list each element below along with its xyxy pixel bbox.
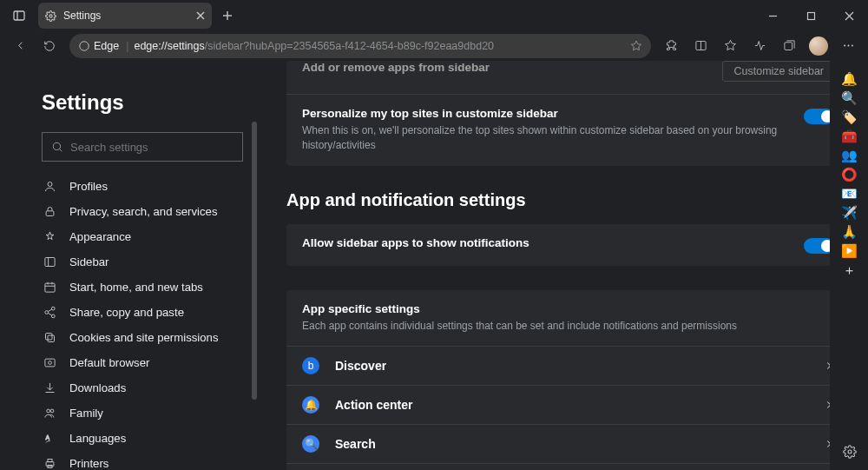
- svg-rect-31: [45, 334, 52, 341]
- app-specific-card: App specific settings Each app contains …: [286, 290, 851, 470]
- nav-label: Default browser: [69, 356, 149, 369]
- app-icon: b: [302, 357, 319, 374]
- sidebar-app-1[interactable]: 🔍: [840, 89, 859, 108]
- nav-icon: [42, 306, 57, 319]
- sidebar-app-5[interactable]: ⭕: [840, 165, 859, 184]
- app-label: Discover: [335, 359, 823, 373]
- svg-rect-0: [14, 11, 24, 20]
- app-label: Search: [335, 437, 823, 451]
- search-icon: [51, 141, 63, 153]
- search-settings-input[interactable]: [70, 141, 233, 154]
- browser-tab[interactable]: Settings: [38, 3, 212, 29]
- svg-point-18: [53, 142, 60, 149]
- title-bar: Settings: [0, 0, 868, 31]
- maximize-button[interactable]: [792, 0, 830, 31]
- nav-icon: [42, 457, 57, 470]
- nav-icon: [42, 381, 57, 394]
- nav-item-profiles[interactable]: Profiles: [42, 174, 243, 199]
- edge-sidebar: 🔔🔍🏷️🧰👥⭕📧✈️🙏▶️＋: [830, 61, 868, 470]
- sidebar-app-10[interactable]: ＋: [840, 261, 859, 280]
- nav-label: Appearance: [69, 230, 131, 243]
- svg-point-16: [847, 45, 849, 47]
- svg-rect-22: [44, 258, 54, 267]
- edge-logo-icon: [78, 40, 90, 52]
- extensions-icon[interactable]: [656, 33, 686, 59]
- svg-point-17: [851, 45, 852, 47]
- nav-icon: [42, 407, 57, 420]
- svg-rect-21: [46, 211, 54, 216]
- nav-item-printers[interactable]: Printers: [42, 451, 243, 470]
- favorites-icon[interactable]: [715, 33, 745, 59]
- app-row-search[interactable]: 🔍Search: [286, 424, 851, 463]
- favorite-icon[interactable]: [630, 40, 642, 52]
- new-tab-button[interactable]: [215, 10, 240, 21]
- section-heading: App and notification settings: [286, 190, 851, 210]
- nav-icon: [42, 255, 57, 268]
- refresh-button[interactable]: [35, 33, 64, 59]
- personalize-top-sites-title: Personalize my top sites in customize si…: [302, 107, 804, 120]
- svg-rect-32: [48, 335, 55, 342]
- app-row-shopping[interactable]: 🏷️Shopping: [286, 463, 851, 470]
- sidebar-settings-button[interactable]: [840, 442, 859, 461]
- back-button[interactable]: [5, 33, 35, 59]
- svg-rect-38: [46, 462, 54, 467]
- sidebar-app-4[interactable]: 👥: [840, 146, 859, 165]
- app-specific-title: App specific settings: [302, 302, 835, 315]
- search-settings-box[interactable]: [42, 132, 243, 162]
- minimize-button[interactable]: [753, 0, 792, 31]
- split-screen-icon[interactable]: [686, 33, 715, 59]
- app-icon: 🔍: [302, 435, 319, 453]
- sidebar-app-7[interactable]: ✈️: [840, 203, 859, 222]
- sidebar-app-0[interactable]: 🔔: [840, 70, 859, 89]
- app-row-action-center[interactable]: 🔔Action center: [286, 385, 851, 424]
- svg-line-19: [59, 149, 62, 151]
- nav-item-share-copy-and-paste[interactable]: Share, copy and paste: [42, 300, 243, 325]
- svg-point-28: [51, 307, 55, 310]
- sidebar-app-9[interactable]: ▶️: [840, 242, 859, 261]
- app-row-discover[interactable]: bDiscover: [286, 346, 851, 385]
- nav-item-sidebar[interactable]: Sidebar: [42, 249, 243, 275]
- app-label: Action center: [335, 398, 823, 412]
- allow-notifications-card: Allow sidebar apps to show notifications: [286, 224, 851, 266]
- nav-item-languages[interactable]: ALanguages: [42, 426, 243, 451]
- sidebar-app-2[interactable]: 🏷️: [840, 108, 859, 127]
- nav-item-family[interactable]: Family: [42, 400, 243, 426]
- customize-sidebar-button[interactable]: Customize sidebar: [722, 61, 835, 82]
- personalize-top-sites-desc: When this is on, we'll personalize the t…: [302, 123, 804, 154]
- profile-avatar[interactable]: [809, 36, 828, 56]
- nav-item-start-home-and-new-tabs[interactable]: Start, home, and new tabs: [42, 275, 243, 300]
- settings-sidebar: Settings ProfilesPrivacy, search, and se…: [0, 61, 260, 470]
- nav-icon: [42, 180, 57, 193]
- nav-item-privacy-search-and-services[interactable]: Privacy, search, and services: [42, 199, 243, 224]
- address-bar[interactable]: Edge | edge://settings/sidebar?hubApp=23…: [69, 34, 651, 58]
- sidebar-scrollbar[interactable]: [250, 61, 257, 470]
- svg-rect-33: [44, 359, 54, 367]
- close-tab-button[interactable]: [196, 11, 205, 20]
- tab-actions-button[interactable]: [7, 3, 31, 28]
- menu-button[interactable]: [833, 33, 863, 59]
- performance-icon[interactable]: [745, 33, 774, 59]
- svg-rect-14: [784, 43, 792, 50]
- sidebar-app-3[interactable]: 🧰: [840, 127, 859, 146]
- svg-text:A: A: [45, 434, 49, 440]
- svg-point-44: [848, 450, 852, 453]
- sidebar-app-6[interactable]: 📧: [840, 184, 859, 203]
- nav-label: Profiles: [69, 180, 108, 193]
- nav-label: Family: [69, 407, 103, 420]
- nav-label: Languages: [69, 432, 126, 445]
- nav-item-appearance[interactable]: Appearance: [42, 224, 243, 249]
- sidebar-app-8[interactable]: 🙏: [840, 222, 859, 242]
- svg-point-34: [48, 361, 51, 365]
- svg-rect-8: [807, 12, 814, 19]
- nav-icon: [42, 205, 57, 218]
- nav-label: Printers: [69, 457, 108, 470]
- collections-icon[interactable]: [774, 33, 804, 59]
- nav-item-default-browser[interactable]: Default browser: [42, 350, 243, 375]
- nav-item-downloads[interactable]: Downloads: [42, 375, 243, 400]
- svg-point-35: [46, 409, 49, 413]
- row-add-remove-title: Add or remove apps from sidebar: [302, 61, 722, 74]
- nav-item-cookies-and-site-permissions[interactable]: Cookies and site permissions: [42, 325, 243, 350]
- close-window-button[interactable]: [830, 0, 868, 31]
- nav-label: Cookies and site permissions: [69, 331, 219, 344]
- app-specific-desc: Each app contains individual settings th…: [302, 319, 835, 334]
